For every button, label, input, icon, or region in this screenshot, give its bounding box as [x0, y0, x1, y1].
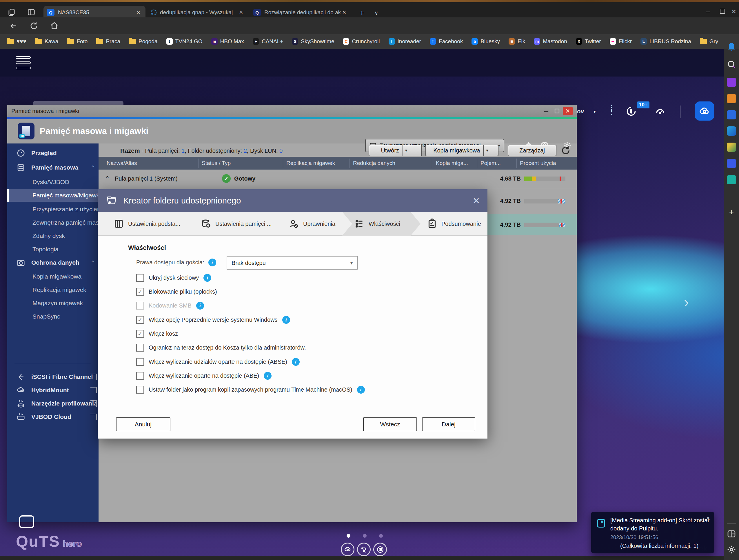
window-maximize-icon[interactable]	[720, 9, 725, 14]
info-icon[interactable]: i	[292, 358, 300, 366]
sidebar-item-zdalny-dysk[interactable]: Zdalny dysk	[7, 230, 99, 242]
dialog-header[interactable]: Kreator folderu udostępnionego ✕	[98, 189, 487, 212]
next-button[interactable]: Dalej	[422, 417, 475, 431]
desktop-page-dot[interactable]	[363, 534, 366, 538]
wallpaper-next-icon[interactable]: ›	[684, 293, 689, 311]
bookmark-folder[interactable]: Gry	[700, 38, 718, 45]
bookmark-item[interactable]: IInoreader	[389, 38, 421, 45]
window-minimize-icon[interactable]: –	[706, 7, 710, 16]
back-button[interactable]: Wstecz	[363, 417, 417, 431]
info-icon[interactable]: i	[282, 316, 290, 324]
sidebar-item-zewnetrzna[interactable]: Zewnętrzna pamięć maso	[7, 216, 99, 229]
docs-shortcut-icon[interactable]	[373, 543, 387, 556]
sidebar-app-icon[interactable]	[727, 110, 736, 119]
checkbox-oplocks[interactable]: ✓ Blokowanie pliku (oplocks)i	[136, 287, 217, 296]
cancel-button[interactable]: Anuluj	[116, 417, 170, 431]
window-close-icon[interactable]: ×	[731, 7, 736, 16]
column-header[interactable]: Nazwa/Alias	[107, 157, 137, 169]
sidebar-app-icon[interactable]	[727, 94, 736, 103]
bookmark-item[interactable]: EElk	[508, 38, 525, 45]
info-icon[interactable]: i	[264, 372, 272, 380]
bookmark-folder[interactable]: Praca	[96, 38, 120, 45]
checkbox[interactable]: ✓	[136, 372, 144, 380]
bookmark-folder[interactable]: Foto	[67, 38, 88, 45]
sidebar-item-snapsync[interactable]: SnapSync	[7, 310, 99, 323]
column-header[interactable]: Pojem...	[480, 157, 501, 169]
snapshot-button[interactable]: Kopia migawkowa▾	[425, 145, 498, 156]
sidebar-item-hybridmount[interactable]: HybridMount	[7, 384, 99, 397]
checkbox-smb-encryption[interactable]: ✓ Kodowanie SMBi	[136, 301, 204, 310]
checkbox[interactable]: ✓	[136, 330, 144, 338]
new-tab-icon[interactable]: +	[359, 8, 364, 18]
sidebar-app-icon[interactable]	[727, 175, 736, 184]
sidebar-app-icon[interactable]	[727, 78, 736, 87]
sidebar-app-icon[interactable]	[727, 159, 736, 168]
sidebar-search-icon[interactable]	[727, 60, 736, 69]
checkbox-hide-network-drive[interactable]: ✓ Ukryj dysk sieciowyi	[136, 273, 211, 283]
sidebar-item-ochrona-danych[interactable]: Ochrona danych ⌃	[7, 256, 99, 269]
workspaces-icon[interactable]	[8, 8, 16, 16]
checkbox-abe[interactable]: ✓ Włącz wyliczanie oparte na dostępie (A…	[136, 371, 272, 381]
sidebar-item-profilowanie[interactable]: Narzędzie profilowania ..	[7, 397, 99, 410]
notification-bell-icon[interactable]	[726, 40, 737, 52]
checkbox[interactable]: ✓	[136, 386, 144, 394]
close-icon[interactable]: ✕	[563, 107, 573, 115]
bookmark-item[interactable]: +CANAL+	[253, 38, 283, 45]
bookmark-item[interactable]: bBluesky	[471, 38, 500, 45]
more-options-icon[interactable]: ⋮⋮	[608, 106, 615, 114]
bookmark-folder[interactable]: Pogoda	[129, 38, 158, 45]
sidebar-app-icon[interactable]	[727, 126, 736, 136]
checkbox[interactable]: ✓	[136, 316, 144, 324]
resource-usage-icon[interactable]	[626, 106, 636, 117]
bookmark-item[interactable]: CCrunchyroll	[343, 38, 380, 45]
checkbox[interactable]: ✓	[136, 344, 144, 352]
desktop-panel-handle[interactable]	[19, 515, 34, 528]
checkbox-time-machine[interactable]: ✓ Ustaw folder jako program kopii zapaso…	[136, 385, 365, 395]
checkbox[interactable]: ✓	[136, 288, 144, 296]
table-row[interactable]: ⌃ Pula pamięci 1 (System) ✓ Gotowy 4.68 …	[99, 169, 577, 189]
column-header[interactable]: Procent użycia	[520, 157, 556, 169]
refresh-icon[interactable]	[561, 145, 571, 155]
sidebar-app-icon[interactable]	[727, 143, 736, 152]
checkbox[interactable]: ✓	[136, 302, 144, 309]
tab-actions-icon[interactable]	[27, 8, 35, 16]
bookmark-item[interactable]: mMastodon	[534, 38, 567, 45]
maximize-icon[interactable]	[555, 109, 559, 113]
bookmark-item[interactable]: LLIBRUS Rodzina	[640, 38, 691, 45]
column-header[interactable]: Redukcja danych	[353, 157, 395, 169]
tab-close-icon[interactable]: ×	[340, 9, 348, 16]
column-header[interactable]: Kopia miga...	[436, 157, 468, 169]
sidebar-item-pamiec-masowa[interactable]: Pamięć masowa ⌃	[7, 161, 99, 174]
info-icon[interactable]: i	[208, 259, 216, 266]
sidebar-split-icon[interactable]	[727, 529, 736, 539]
sidebar-item-pamiec-migawki[interactable]: Pamięć masowa/Migawki	[7, 189, 99, 202]
bookmark-folder[interactable]: Kawa	[35, 38, 58, 45]
checkbox-previous-versions[interactable]: ✓ Włącz opcję Poprzednie wersje systemu …	[136, 315, 290, 325]
desktop-page-dot-active[interactable]	[346, 534, 350, 538]
sidebar-item-przyspieszanie[interactable]: Przyspieszanie z użyciem	[7, 203, 99, 216]
bookmark-item[interactable]: tTVN24 GO	[166, 38, 202, 45]
bookmark-item[interactable]: mHBO Max	[211, 38, 244, 45]
column-header[interactable]: Replikacja migawek	[286, 157, 335, 169]
sidebar-item-magazyn[interactable]: Magazyn migawek	[7, 297, 99, 309]
checkbox[interactable]: ✓	[136, 274, 144, 282]
checkbox-recycle-bin[interactable]: ✓ Włącz koszi	[136, 329, 178, 338]
dashboard-gauge-icon[interactable]	[655, 106, 666, 117]
checkbox-restrict-recycle-admin[interactable]: ✓ Ogranicz na teraz dostęp do Kosza tylk…	[136, 342, 306, 353]
tab-list-chevron-icon[interactable]: ∨	[375, 10, 378, 16]
myqnapcloud-shortcut-icon[interactable]	[341, 543, 354, 556]
info-icon[interactable]: i	[196, 302, 204, 309]
dialog-close-icon[interactable]: ✕	[473, 196, 480, 206]
home-icon[interactable]	[50, 21, 58, 30]
sidebar-item-topologia[interactable]: Topologia	[7, 243, 99, 256]
bookmark-folder[interactable]: ♥♥♥	[7, 38, 26, 45]
guest-access-dropdown[interactable]: Brak dostępu ▾	[227, 256, 357, 270]
create-button[interactable]: Utwórz▾	[368, 145, 422, 156]
bookmark-item[interactable]: SSkyShowtime	[292, 38, 334, 45]
sidebar-item-vjbod-cloud[interactable]: VJBOD Cloud	[7, 410, 99, 423]
bookmark-item[interactable]: ••Flickr	[610, 38, 632, 45]
bookmark-item[interactable]: XTwitter	[576, 38, 601, 45]
sidebar-item-replikacja[interactable]: Replikacja migawek	[7, 283, 99, 296]
checkbox[interactable]: ✓	[136, 358, 144, 366]
tab-close-icon[interactable]: ×	[237, 9, 245, 16]
